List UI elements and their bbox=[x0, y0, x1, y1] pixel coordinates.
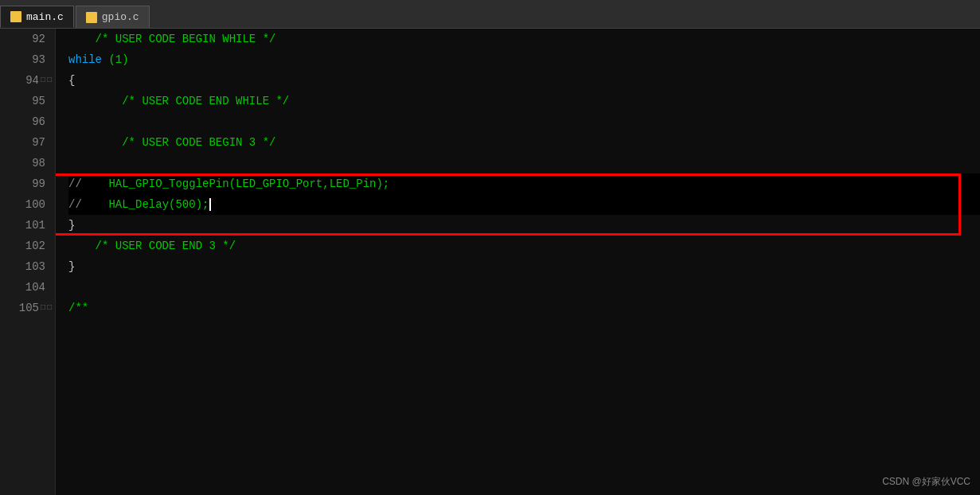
line-num-101: 101 bbox=[0, 215, 45, 236]
text-cursor bbox=[209, 198, 211, 211]
code-line-105: /** bbox=[68, 298, 980, 318]
line-num-100: 100 bbox=[0, 194, 45, 215]
code-area: 929394□9596979899100101102103104105□ /* … bbox=[0, 29, 980, 495]
code-line-102: /* USER CODE END 3 */ bbox=[68, 236, 980, 256]
editor-container: main.c gpio.c 929394□9596979899100101102… bbox=[0, 0, 980, 495]
line-num-96: 96 bbox=[0, 111, 45, 132]
code-wrapper: /* USER CODE BEGIN WHILE */ while (1) { … bbox=[56, 29, 980, 495]
tab-label-gpio: gpio.c bbox=[102, 11, 139, 23]
line-num-102: 102 bbox=[0, 236, 45, 256]
code-line-95: /* USER CODE END WHILE */ bbox=[68, 91, 980, 111]
code-line-98 bbox=[68, 153, 980, 173]
tab-icon-gpio bbox=[86, 12, 97, 23]
fold-icon-105[interactable]: □ bbox=[41, 298, 45, 318]
code-line-97: /* USER CODE BEGIN 3 */ bbox=[68, 132, 980, 153]
code-line-103: } bbox=[68, 256, 980, 277]
code-content: /* USER CODE BEGIN WHILE */ while (1) { … bbox=[56, 29, 980, 495]
code-line-93: while (1) bbox=[68, 49, 980, 70]
line-num-97: 97 bbox=[0, 132, 45, 153]
line-num-104: 104 bbox=[0, 277, 45, 298]
code-line-100: // HAL_Delay(500); bbox=[68, 194, 980, 215]
line-num-99: 99 bbox=[0, 173, 45, 194]
line-num-103: 103 bbox=[0, 256, 45, 277]
line-num-93: 93 bbox=[0, 49, 45, 70]
line-num-92: 92 bbox=[0, 29, 45, 49]
tab-main-c[interactable]: main.c bbox=[0, 6, 74, 28]
code-line-96 bbox=[68, 111, 980, 132]
watermark: CSDN @好家伙VCC bbox=[882, 475, 970, 489]
code-line-101: } bbox=[68, 215, 980, 236]
line-num-95: 95 bbox=[0, 91, 45, 111]
code-line-99: // HAL_GPIO_TogglePin(LED_GPIO_Port,LED_… bbox=[68, 173, 980, 194]
code-line-104 bbox=[68, 277, 980, 298]
fold-icon-94[interactable]: □ bbox=[41, 70, 45, 91]
line-numbers: 929394□9596979899100101102103104105□ bbox=[0, 29, 56, 495]
tab-label-main: main.c bbox=[26, 11, 64, 23]
code-line-94: { bbox=[68, 70, 980, 91]
line-num-94: 94□ bbox=[0, 70, 45, 91]
tab-icon-main bbox=[10, 11, 21, 22]
line-num-98: 98 bbox=[0, 153, 45, 173]
tab-gpio-c[interactable]: gpio.c bbox=[76, 6, 150, 28]
tab-bar: main.c gpio.c bbox=[0, 0, 980, 29]
line-num-105: 105□ bbox=[0, 298, 45, 318]
code-line-92: /* USER CODE BEGIN WHILE */ bbox=[68, 29, 980, 49]
